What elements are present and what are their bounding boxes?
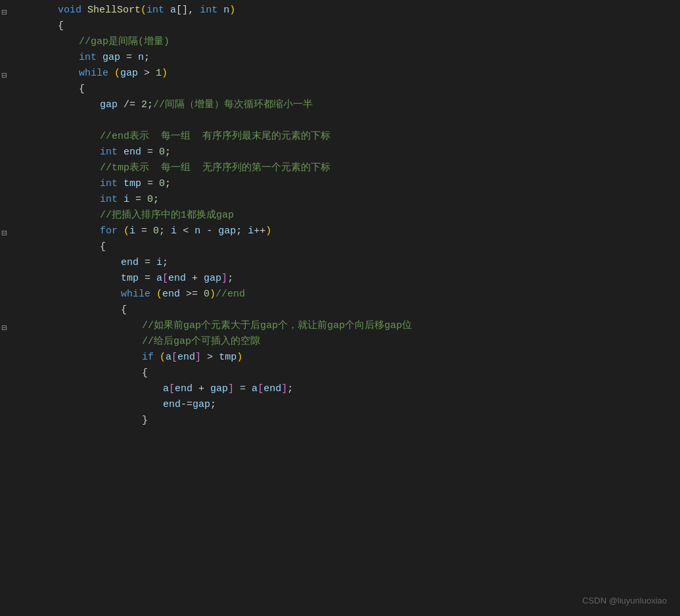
token-white: ++	[254, 225, 265, 237]
token-comment-green: //如果前gap个元素大于后gap个，就让前gap个向后移gap位	[142, 320, 412, 331]
token-white: =	[141, 178, 159, 189]
line-content: }	[18, 413, 680, 429]
token-white: -=	[181, 399, 193, 410]
token-white: ;	[147, 99, 153, 110]
code-line-5: ⊟while (gap > 1)	[0, 66, 680, 82]
token-number-lightgreen: 0	[159, 147, 165, 158]
token-white: =	[135, 225, 153, 237]
collapse-button[interactable]: ⊟	[1, 8, 7, 17]
token-kw-blue: if	[142, 352, 154, 363]
code-line-4: int gap = n;	[0, 50, 680, 66]
token-var-blue: i	[156, 257, 162, 268]
token-white: {	[121, 304, 127, 316]
code-line-6: {	[0, 82, 680, 97]
token-var-blue: end	[163, 399, 181, 410]
token-comment-green: //end表示 每一组 有序序列最末尾的元素的下标	[100, 131, 330, 142]
token-white: +	[186, 273, 204, 284]
line-content: //如果前gap个元素大于后gap个，就让前gap个向后移gap位	[18, 318, 680, 334]
token-white: =	[234, 383, 252, 394]
token-func-yellow: ShellSort	[87, 5, 141, 16]
token-number-lightgreen: 0	[153, 225, 159, 237]
token-param-lightblue: a	[170, 5, 176, 16]
token-kw-int: int	[200, 5, 217, 16]
token-comment-green: //gap是间隔(增量)	[79, 36, 170, 47]
token-paren: (	[124, 225, 129, 237]
token-white: ;	[162, 257, 168, 268]
token-var-blue: gap	[100, 99, 118, 110]
token-bracket: [	[258, 383, 263, 394]
token-kw-blue: while	[121, 289, 150, 300]
code-line-13: int i = 0;	[0, 192, 680, 208]
token-bracket: [	[171, 352, 177, 363]
token-white: =	[129, 194, 147, 205]
token-paren: )	[210, 289, 215, 300]
token-white: ,	[188, 5, 200, 16]
line-content: int tmp = 0;	[18, 176, 680, 192]
line-content: gap /= 2;//间隔（增量）每次循环都缩小一半	[18, 97, 680, 113]
code-line-21: ⊟//如果前gap个元素大于后gap个，就让前gap个向后移gap位	[0, 318, 680, 334]
token-white: =	[139, 257, 156, 268]
code-line-26: end-=gap;	[0, 397, 680, 413]
token-paren: (	[160, 352, 166, 363]
token-white: ;	[227, 273, 233, 284]
token-var-blue: gap	[120, 68, 138, 79]
token-bracket: [	[162, 273, 168, 284]
token-white	[118, 178, 124, 189]
token-var-blue: i	[248, 225, 254, 237]
line-content: //tmp表示 每一组 无序序列的第一个元素的下标	[18, 160, 680, 176]
token-kw-int: int	[100, 178, 118, 189]
token-param-lightblue: n	[223, 5, 229, 16]
collapse-button[interactable]: ⊟	[1, 229, 7, 238]
token-white: }	[142, 415, 148, 426]
collapse-button[interactable]: ⊟	[1, 323, 7, 333]
code-line-18: tmp = a[end + gap];	[0, 271, 680, 287]
token-bracket: ]	[281, 383, 287, 394]
line-content: end = i;	[18, 255, 680, 271]
code-line-2: {	[0, 18, 680, 34]
token-white: {	[100, 241, 106, 252]
collapse-button[interactable]: ⊟	[1, 71, 7, 80]
line-content: {	[18, 82, 680, 97]
token-white	[118, 194, 124, 205]
token-white: ;	[153, 194, 159, 205]
token-var-blue: i	[124, 194, 129, 205]
line-content: while (gap > 1)	[18, 66, 680, 82]
code-line-10: int end = 0;	[0, 145, 680, 160]
code-line-17: end = i;	[0, 255, 680, 271]
code-line-22: //给后gap个可插入的空隙	[0, 334, 680, 350]
token-white: >	[138, 68, 156, 79]
token-kw-int: int	[79, 52, 97, 63]
line-content: //给后gap个可插入的空隙	[18, 334, 680, 350]
token-white	[217, 5, 223, 16]
token-bracket: ]	[221, 273, 227, 284]
code-line-20: {	[0, 302, 680, 318]
token-white: =	[120, 52, 138, 63]
token-number-lightgreen: 2	[141, 99, 147, 110]
token-paren: (	[114, 68, 120, 79]
token-var-blue: tmp	[124, 178, 141, 189]
token-paren: (	[141, 5, 147, 16]
token-var-blue: tmp	[121, 273, 139, 284]
line-content: int i = 0;	[18, 192, 680, 208]
token-kw-int: int	[100, 194, 118, 205]
token-white: >	[201, 352, 219, 363]
line-content: //end表示 每一组 有序序列最末尾的元素的下标	[18, 129, 680, 145]
token-bracket: ]	[228, 383, 234, 394]
token-var-blue: end	[263, 383, 281, 394]
token-white: ;	[287, 383, 293, 394]
token-var-blue: a	[163, 383, 169, 394]
token-kw-blue: for	[100, 225, 118, 237]
token-comment-green: //end	[215, 289, 245, 300]
token-var-blue: a	[156, 273, 162, 284]
token-number-lightgreen: 0	[147, 194, 153, 205]
token-var-blue: end	[124, 147, 141, 158]
token-paren: )	[237, 352, 242, 363]
line-content: void ShellSort(int a[], int n)	[18, 3, 680, 18]
token-var-blue: a	[166, 352, 171, 363]
token-var-blue: gap	[210, 383, 228, 394]
token-var-blue: n	[138, 52, 144, 63]
line-content: a[end + gap] = a[end];	[18, 381, 680, 397]
code-line-12: int tmp = 0;	[0, 176, 680, 192]
line-content: while (end >= 0)//end	[18, 287, 680, 302]
token-var-blue: i	[171, 225, 177, 237]
